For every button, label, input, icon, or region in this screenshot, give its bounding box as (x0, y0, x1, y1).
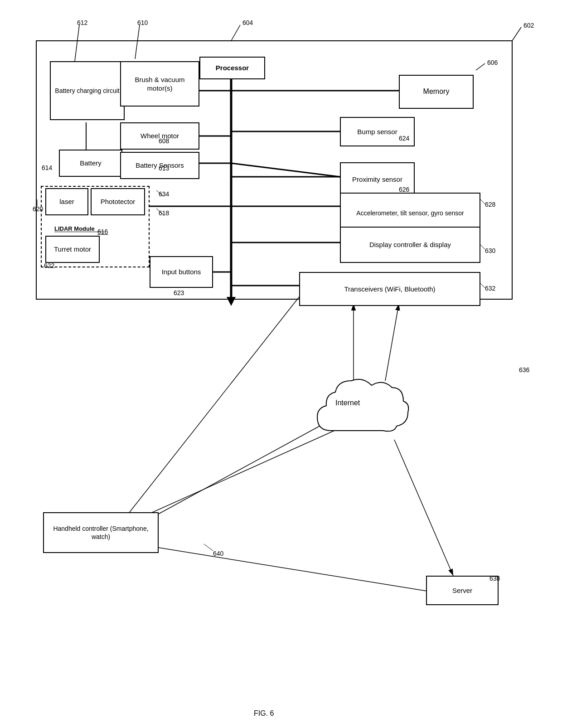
svg-line-41 (385, 304, 399, 381)
fig-label: FIG. 6 (254, 709, 274, 718)
svg-line-47 (204, 544, 213, 551)
svg-line-39 (480, 283, 485, 288)
input-buttons-box: Input buttons (150, 256, 213, 288)
ref-626: 626 (399, 186, 409, 193)
ref-630: 630 (485, 247, 495, 254)
ref-604: 604 (242, 19, 253, 26)
svg-line-4 (512, 27, 521, 41)
ref-612: 612 (77, 19, 87, 26)
lidar-label: LIDAR Module (54, 225, 95, 232)
ref-624: 624 (399, 135, 409, 142)
bump-sensor-box: Bump sensor (340, 117, 415, 146)
svg-line-42 (122, 297, 299, 521)
server-box: Server (426, 576, 499, 605)
ref-614: 614 (42, 164, 52, 171)
diagram: Processor Memory Battery charging circui… (0, 0, 562, 728)
internet-label: Internet (335, 399, 360, 407)
svg-line-37 (480, 199, 485, 204)
svg-line-12 (231, 163, 340, 177)
ref-623: 623 (174, 289, 184, 296)
ref-628: 628 (485, 201, 495, 208)
handheld-controller-box: Handheld controller (Smartphone, watch) (43, 512, 159, 553)
ref-622: 622 (44, 262, 54, 269)
ref-618: 618 (159, 209, 169, 217)
display-controller-box: Display controller & display (340, 227, 480, 263)
turret-motor-box: Turret motor (45, 236, 100, 263)
svg-line-44 (394, 440, 453, 576)
brush-vacuum-box: Brush & vacuum motor(s) (120, 61, 199, 107)
memory-box: Memory (399, 75, 474, 109)
laser-box: laser (45, 188, 88, 215)
ref-632: 632 (485, 285, 495, 292)
ref-640: 640 (213, 550, 223, 557)
processor-box: Processor (199, 57, 265, 79)
svg-line-45 (136, 544, 444, 594)
svg-line-38 (480, 245, 485, 249)
lidar-underline (54, 232, 104, 232)
internet-cloud: Internet (308, 372, 412, 444)
phototector-box: Phototector (91, 188, 145, 215)
svg-line-27 (476, 63, 485, 70)
ref-610: 610 (137, 19, 148, 26)
ref-602: 602 (523, 22, 534, 29)
ref-634: 634 (159, 190, 169, 198)
ref-608: 608 (159, 137, 169, 145)
battery-charging-circuit-box: Battery charging circuit (50, 61, 125, 120)
transceivers-box: Transceivers (WiFi, Bluetooth) (299, 272, 480, 306)
ref-638: 638 (489, 575, 500, 582)
ref-613: 613 (159, 165, 169, 172)
ref-620: 620 (33, 205, 43, 213)
wheel-motor-box: Wheel motor (120, 122, 199, 150)
svg-line-5 (231, 25, 240, 41)
svg-line-7 (135, 25, 140, 59)
ref-616: 616 (97, 228, 108, 235)
svg-line-6 (75, 25, 79, 61)
ref-636: 636 (519, 366, 529, 374)
ref-606: 606 (487, 59, 498, 66)
svg-marker-9 (227, 297, 236, 306)
battery-box: Battery (59, 150, 122, 177)
